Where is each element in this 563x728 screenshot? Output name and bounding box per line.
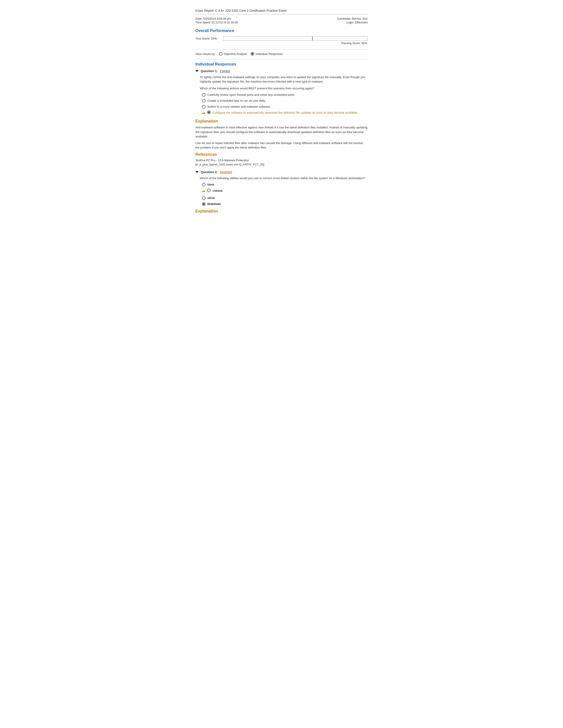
q1-references-body: TestOut PC Pro - 13.6 Malware Protection… (195, 158, 368, 167)
question-2-label: Question 2: (201, 170, 218, 174)
q1-option-3: Switch to a more reliable anti-malware s… (202, 105, 368, 109)
question-1-body: To tightly control the anti-malware sett… (200, 75, 368, 116)
divider-2 (195, 59, 368, 59)
question-2-body: Which of the following utilities would y… (200, 176, 368, 206)
exam-title: Exam Report: C.4 A+ 220-1002 Core 2 Cert… (195, 9, 368, 14)
q1-radio-4 (207, 111, 211, 114)
q1-ref-line-1: TestOut PC Pro - 13.6 Malware Protection (195, 158, 368, 163)
question-2-options: fdisk ➡ chkdsk attrib DiskScan (202, 183, 368, 206)
score-bar-container (223, 36, 368, 41)
meta-time: Time Spent: 01:12:52 of 01:30:00 (195, 21, 238, 24)
question-1-status: Correct (220, 69, 230, 73)
question-1-label: Question 1: (201, 69, 218, 73)
q2-option-3: attrib (202, 196, 368, 200)
q1-radio-3 (202, 105, 205, 109)
q1-radio-2 (202, 99, 205, 103)
view-results-label: View results by: (195, 52, 215, 56)
meta-section: Date: 5/24/2019 9:58:36 pm Time Spent: 0… (195, 17, 368, 24)
q1-option-4-text: Configure the software to automatically … (212, 111, 358, 115)
q1-explanation-title: Explanation (195, 119, 368, 124)
q1-option-3-text: Switch to a more reliable anti-malware s… (207, 105, 271, 109)
view-results-row: View results by: Objective Analysis Indi… (195, 52, 368, 56)
score-label: Your Score: 59% (195, 37, 220, 40)
question-2-header: Question 2: Incorrect (195, 170, 368, 174)
q1-ref-line-2: [e_a_plus_typnet_1002.exam.xml Q_ANTIV_F… (195, 162, 368, 167)
question-1-scenario: To tightly control the anti-malware sett… (200, 75, 368, 84)
question-1-prompt: Which of the following actions would BES… (200, 86, 368, 91)
q1-explanation-p1: Anti-malware software is most effective … (195, 125, 368, 139)
meta-login: Login: EBerrios4 (337, 21, 368, 24)
q1-option-2-text: Create a scheduled task to run sfc.exe d… (207, 99, 266, 103)
q1-radio-1 (202, 93, 205, 97)
meta-left: Date: 5/24/2019 9:58:36 pm Time Spent: 0… (195, 17, 238, 24)
radio-individual-responses[interactable]: Individual Responses (250, 52, 283, 56)
q2-option-1: fdisk (202, 183, 368, 187)
question-1-header: Question 1: Correct (195, 69, 368, 73)
individual-responses-radio-label: Individual Responses (255, 52, 283, 56)
q1-option-1: Carefully review open firewall ports and… (202, 93, 368, 97)
overall-performance-title: Overall Performance (195, 28, 368, 33)
passing-score-row: Passing Score: 95% (195, 41, 368, 45)
q2-radio-1 (202, 183, 205, 186)
q1-arrow-icon: ➡ (202, 110, 205, 116)
radio-circle-objective (219, 52, 222, 56)
q2-option-2-text: chkdsk (212, 189, 223, 193)
radio-circle-individual (250, 52, 254, 56)
q2-option-2: ➡ chkdsk (202, 189, 368, 194)
question-2-collapse-icon[interactable] (195, 171, 198, 173)
q2-radio-2 (207, 189, 211, 192)
q1-option-4: ➡ Configure the software to automaticall… (202, 111, 368, 116)
q2-radio-4 (202, 202, 205, 206)
question-2-status: Incorrect (220, 170, 232, 174)
q2-option-1-text: fdisk (207, 183, 214, 187)
q2-arrow-icon: ➡ (202, 188, 205, 194)
q2-explanation-title: Explanation (195, 209, 368, 214)
question-2-prompt: Which of the following utilities would y… (200, 176, 368, 180)
question-1-options: Carefully review open firewall ports and… (202, 93, 368, 116)
q1-references-title: References (195, 152, 368, 157)
q1-option-1-text: Carefully review open firewall ports and… (207, 93, 295, 97)
q2-radio-3 (202, 196, 205, 200)
objective-analysis-label: Objective Analysis (224, 52, 247, 56)
radio-objective-analysis[interactable]: Objective Analysis (219, 52, 247, 56)
meta-date: Date: 5/24/2019 9:58:36 pm (195, 17, 238, 20)
passing-score-label: Passing Score: 95% (341, 41, 367, 45)
meta-candidate: Candidate: Berrios, Eric (337, 17, 368, 20)
q1-option-2: Create a scheduled task to run sfc.exe d… (202, 99, 368, 103)
question-1-collapse-icon[interactable] (195, 70, 198, 72)
score-bar-fill (223, 36, 313, 40)
individual-responses-title: Individual Responses (195, 62, 368, 67)
q2-option-4: DiskScan (202, 202, 368, 206)
q1-explanation-p2: Use sfc.exe to repair infected files aft… (195, 141, 368, 150)
q2-option-4-text: DiskScan (207, 202, 221, 206)
meta-right: Candidate: Berrios, Eric Login: EBerrios… (337, 17, 368, 24)
score-row: Your Score: 59% (195, 36, 368, 41)
q2-option-3-text: attrib (207, 196, 215, 200)
